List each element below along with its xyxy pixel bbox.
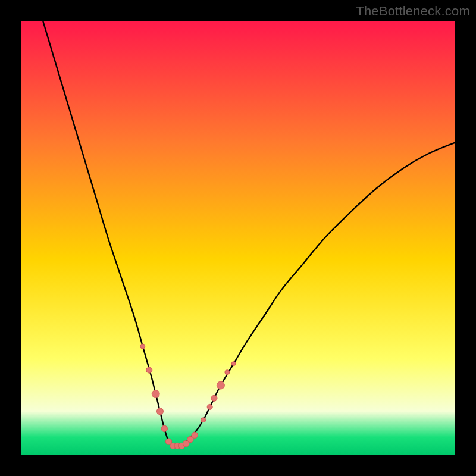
data-marker [217, 381, 224, 389]
data-marker [156, 408, 163, 415]
data-marker [146, 367, 152, 373]
data-marker [140, 344, 145, 349]
plot-background [21, 21, 455, 455]
watermark-text: TheBottleneck.com [356, 4, 470, 19]
data-marker [231, 362, 236, 366]
data-marker [201, 418, 206, 422]
data-marker [207, 404, 212, 409]
chart-stage: TheBottleneck.com [0, 0, 476, 476]
data-marker [152, 390, 159, 398]
data-marker [211, 395, 217, 401]
chart-svg [0, 0, 476, 476]
data-marker [225, 370, 230, 375]
data-marker [192, 432, 198, 438]
data-marker [161, 425, 167, 431]
